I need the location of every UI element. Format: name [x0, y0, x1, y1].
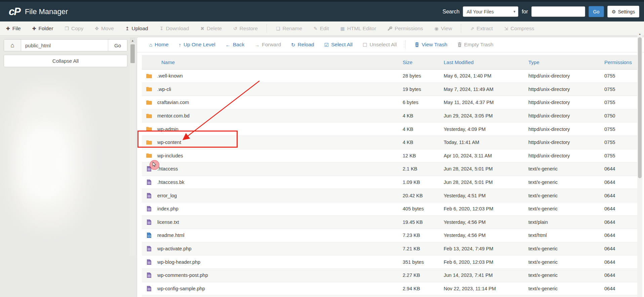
- search-scope-value: All Your Files: [467, 9, 494, 14]
- file-permissions: 0755: [604, 140, 639, 145]
- file-size: 6 bytes: [403, 100, 444, 105]
- sidebar-scrollbar-thumb[interactable]: [130, 44, 135, 63]
- file-type: httpd/unix-directory: [528, 100, 604, 105]
- file-size: 4 KB: [403, 140, 444, 145]
- file-size: 28 bytes: [403, 73, 444, 79]
- annotation-cursor: [150, 160, 159, 170]
- file-type: text/html: [528, 233, 604, 238]
- file-row-wp-activate-php[interactable]: wp-activate.php7.21 KBFeb 13, 2024, 7:49…: [142, 242, 639, 256]
- toolbar-permissions-button[interactable]: Permissions: [388, 26, 423, 32]
- file-type: text/x-generic: [528, 193, 604, 198]
- file-row-craftavian-com[interactable]: craftavian.com6 bytesMay 11, 2024, 4:37 …: [142, 96, 639, 109]
- file-permissions: 0755: [604, 87, 639, 92]
- collapse-all-button[interactable]: Collapse All: [4, 55, 127, 67]
- toolbar-copy-button[interactable]: ❐Copy: [65, 26, 83, 32]
- search-go-button[interactable]: Go: [589, 6, 604, 17]
- filenav-view-trash-button[interactable]: View Trash: [415, 42, 447, 48]
- toolbar-move-button[interactable]: ✥Move: [95, 26, 114, 32]
- column-header-size[interactable]: Size: [403, 59, 444, 65]
- rename-icon: ❏: [276, 26, 280, 31]
- file-name-cell: wp-activate.php: [142, 246, 403, 251]
- filenav-reload-button[interactable]: ↻Reload: [291, 42, 314, 48]
- search-scope-select[interactable]: All Your Files ▾: [463, 6, 518, 17]
- file-name: wp-config-sample.php: [157, 286, 205, 291]
- file-type: httpd/unix-directory: [528, 127, 604, 132]
- table-body: .well-known28 bytesMay 6, 2024, 1:40 PMh…: [142, 69, 639, 297]
- toolbar-extract-button[interactable]: ⇗Extract: [470, 26, 493, 32]
- column-header-name[interactable]: Name: [142, 59, 403, 65]
- table-scrollbar-thumb[interactable]: [638, 37, 642, 178]
- file-row--htaccess[interactable]: .htaccess2.1 KBJun 28, 2024, 5:01 PMtext…: [142, 162, 639, 176]
- folder-icon: [146, 153, 152, 158]
- toolbar-folder-button[interactable]: ✚Folder: [32, 26, 53, 32]
- settings-button[interactable]: ⚙ Settings: [607, 6, 639, 17]
- file-row--wp-cli[interactable]: .wp-cli19 bytesMay 7, 2024, 11:49 AMhttp…: [142, 83, 639, 96]
- filenav-up-one-level-button[interactable]: ↑Up One Level: [178, 42, 215, 48]
- file-name: craftavian.com: [157, 100, 189, 105]
- extract-icon: ⇗: [470, 26, 474, 31]
- path-go-button[interactable]: Go: [108, 40, 127, 51]
- scroll-up-icon[interactable]: ▲: [130, 38, 135, 43]
- file-icon: [146, 273, 152, 278]
- toolbar-edit-button[interactable]: ✎Edit: [314, 26, 329, 32]
- file-type: text/x-generic: [528, 286, 604, 291]
- arrow-left-icon: ←: [226, 42, 231, 47]
- column-header-permissions[interactable]: Permissions: [604, 59, 639, 65]
- filenav-unselect-all-button[interactable]: ☐Unselect All: [363, 42, 397, 48]
- file-row-mentor-com-bd[interactable]: mentor.com.bd4 KBJun 29, 2024, 3:05 PMht…: [142, 109, 639, 123]
- filenav-back-button[interactable]: ←Back: [226, 42, 244, 48]
- toolbar-download-button[interactable]: ↧Download: [160, 26, 189, 32]
- toolbar-restore-button[interactable]: ↺Restore: [233, 26, 258, 32]
- filenav-reload-label: Reload: [298, 42, 314, 48]
- folder-icon: [146, 87, 152, 92]
- file-name: index.php: [157, 206, 178, 211]
- toolbar-folder-label: Folder: [38, 26, 53, 32]
- file-row-license-txt[interactable]: license.txt19.45 KBYesterday, 4:56 PMtex…: [142, 216, 639, 229]
- toolbar-upload-button[interactable]: ↥Upload: [125, 26, 148, 32]
- plus-icon: ✚: [32, 26, 36, 31]
- edit-icon: ✎: [314, 26, 318, 31]
- toolbar-compress-button[interactable]: ⇲Compress: [504, 26, 534, 32]
- home-path-button[interactable]: ⌂: [4, 40, 21, 51]
- table-scrollbar[interactable]: ▲: [637, 32, 642, 297]
- file-row-readme-html[interactable]: readme.html7.23 KBYesterday, 4:56 PMtext…: [142, 229, 639, 242]
- column-header-last-modified[interactable]: Last Modified: [444, 59, 528, 65]
- sidebar-scrollbar[interactable]: ▲: [130, 38, 135, 256]
- filenav-home-button[interactable]: ⌂Home: [149, 42, 168, 48]
- filenav-up-one-level-label: Up One Level: [184, 42, 215, 48]
- file-permissions: 0755: [604, 100, 639, 105]
- file-modified: Feb 6, 2020, 12:03 PM: [444, 259, 528, 265]
- file-permissions: 0644: [604, 206, 639, 211]
- file-modified: Jun 28, 2024, 5:01 PM: [444, 180, 528, 185]
- file-modified: Nov 22, 2023, 11:14 PM: [444, 286, 528, 291]
- file-permissions: 0755: [604, 73, 639, 79]
- html-editor-icon: ▦: [340, 26, 345, 31]
- file-row-wp-blog-header-php[interactable]: wp-blog-header.php351 bytesFeb 6, 2020, …: [142, 255, 639, 269]
- toolbar-html-editor-button[interactable]: ▦HTML Editor: [340, 26, 376, 32]
- search-label: Search: [442, 9, 459, 15]
- filenav-select-all-button[interactable]: ☑Select All: [324, 42, 353, 48]
- column-header-type[interactable]: Type: [528, 59, 604, 65]
- filenav-forward-button[interactable]: →Forward: [254, 42, 281, 48]
- toolbar-view-button[interactable]: ◉View: [435, 26, 452, 32]
- scroll-up-icon[interactable]: ▲: [637, 32, 642, 37]
- path-input[interactable]: [21, 40, 108, 51]
- toolbar-restore-label: Restore: [240, 26, 258, 32]
- filenav-empty-trash-button[interactable]: Empty Trash: [457, 42, 493, 48]
- arrow-right-icon: →: [254, 42, 259, 47]
- file-size: 405 bytes: [403, 206, 444, 211]
- file-row-index-php[interactable]: index.php405 bytesFeb 6, 2020, 12:03 PMt…: [142, 202, 639, 216]
- file-row-wp-comments-post-php[interactable]: wp-comments-post.php2.27 KBJun 14, 2023,…: [142, 269, 639, 282]
- file-row--htaccess-bk[interactable]: .htaccess.bk1.09 KBJun 28, 2024, 5:01 PM…: [142, 176, 639, 189]
- toolbar-file-button[interactable]: ✚File: [6, 26, 21, 32]
- file-modified: Yesterday, 4:56 PM: [444, 233, 528, 238]
- toolbar-delete-button[interactable]: ✖Delete: [200, 26, 222, 32]
- toolbar-rename-button[interactable]: ❏Rename: [276, 26, 302, 32]
- file-row-wp-config-sample-php[interactable]: wp-config-sample.php2.94 KBNov 22, 2023,…: [142, 282, 639, 296]
- file-row-error-log[interactable]: error_log20.42 KBYesterday, 4:51 PMtext/…: [142, 189, 639, 202]
- file-row-wp-config-php[interactable]: wp-config.php3.16 KBJun 28, 2024, 5:01 P…: [142, 295, 639, 297]
- file-modified: May 11, 2024, 4:37 PM: [444, 100, 528, 105]
- file-row-wp-includes[interactable]: wp-includes12 KBApr 10, 2024, 3:11 AMhtt…: [142, 149, 639, 163]
- file-row--well-known[interactable]: .well-known28 bytesMay 6, 2024, 1:40 PMh…: [142, 69, 639, 83]
- search-input[interactable]: [531, 6, 585, 17]
